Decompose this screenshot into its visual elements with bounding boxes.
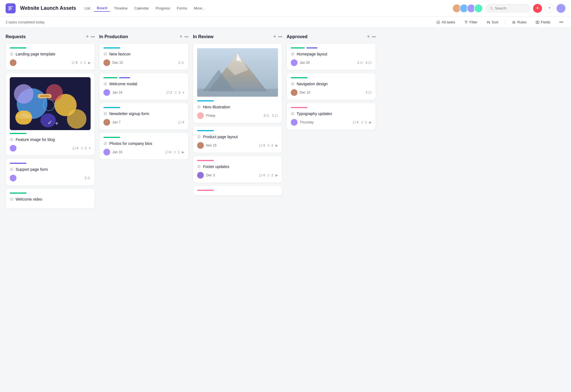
card-title-favicon[interactable]: New favicon xyxy=(109,52,130,56)
card-title-hero[interactable]: Hero illustration xyxy=(203,105,230,109)
add-button[interactable]: + xyxy=(533,4,542,13)
cards-approved: ⊘ Homepage layout Jan 20 2 4 xyxy=(287,43,376,130)
svg-point-14 xyxy=(67,109,86,129)
likes-support: 3 xyxy=(84,176,91,180)
header: Website Launch Assets List Board Timelin… xyxy=(0,0,571,17)
svg-text:✓: ✓ xyxy=(47,119,52,126)
column-header-approved: Approved + ••• xyxy=(287,33,376,43)
column-title-review: In Review xyxy=(193,34,271,39)
check-icon-product: ⊘ xyxy=(197,134,201,139)
comments-navigation: 3 xyxy=(366,91,372,94)
card-meta-homepage: Jan 20 2 4 xyxy=(291,59,372,66)
cards-production: ⊘ New favicon Dec 15 2 xyxy=(99,43,188,160)
rules-button[interactable]: Rules xyxy=(510,19,529,25)
card-date-footer: Dec 3 xyxy=(206,173,215,177)
card-bar-feature xyxy=(10,133,26,134)
card-meta-typography: Thursday 4 1 ▶ xyxy=(291,119,372,126)
card-meta-product: Nov 15 4 2 ▶ xyxy=(197,142,278,149)
comments-modal: 2 xyxy=(166,91,172,94)
card-bar-welcome xyxy=(10,193,26,194)
card-title-welcome[interactable]: Welcome video xyxy=(16,197,42,201)
sort-button[interactable]: Sort xyxy=(484,19,501,25)
card-bar-footer xyxy=(197,160,214,161)
user-avatar[interactable] xyxy=(557,4,565,13)
card-typography-updates: ⊘ Typography updates Thursday 4 1 ▶ xyxy=(287,103,376,130)
column-actions-approved: + ••• xyxy=(367,33,376,40)
card-date-hero: Friday xyxy=(206,114,215,118)
card-title-feature[interactable]: Feature image for blog xyxy=(16,137,55,142)
card-meta-feature: 4 2 ▾ xyxy=(10,145,91,152)
card-navigation-design: ⊘ Navigation design Dec 10 3 xyxy=(287,73,376,100)
comments-newsletter: 4 xyxy=(178,120,184,124)
fields-button[interactable]: Fields xyxy=(533,19,553,25)
all-tasks-button[interactable]: All tasks xyxy=(434,19,457,25)
add-card-review[interactable]: + xyxy=(273,33,277,40)
card-avatar-newsletter xyxy=(103,119,110,126)
card-title-footer[interactable]: Footer updates xyxy=(203,164,229,169)
card-title-product[interactable]: Product page layout xyxy=(203,135,238,139)
card-feature-image: ✓ + ⊘ Feature image for blog xyxy=(6,73,95,156)
card-welcome-video: ⊘ Welcome video xyxy=(6,188,95,209)
card-title-newsletter[interactable]: Newsletter signup form xyxy=(109,111,149,116)
sort-icon xyxy=(487,20,490,24)
card-title-homepage[interactable]: Homepage layout xyxy=(297,52,327,56)
nav-more[interactable]: More... xyxy=(191,5,208,11)
card-avatar-navigation xyxy=(291,89,297,96)
card-title-photos[interactable]: Photos for company bios xyxy=(109,141,152,146)
nav-forms[interactable]: Forms xyxy=(174,5,190,11)
card-avatar-feature xyxy=(10,145,16,152)
add-card-requests[interactable]: + xyxy=(86,33,89,40)
svg-rect-8 xyxy=(538,21,539,24)
check-icon-typography: ⊘ xyxy=(291,111,294,116)
add-card-production[interactable]: + xyxy=(180,33,183,40)
all-tasks-icon xyxy=(436,20,440,24)
fields-label: Fields xyxy=(541,20,551,24)
subtasks-product: 2 xyxy=(267,143,273,147)
card-meta-right-photos: 4 1 ▶ xyxy=(165,150,184,154)
card-title-row-footer: ⊘ Footer updates xyxy=(197,164,278,169)
card-meta-favicon: Dec 15 2 xyxy=(103,59,184,66)
card-title-landing[interactable]: Landing page template xyxy=(16,52,55,56)
mountain-image-container xyxy=(197,47,278,98)
card-date-favicon: Dec 15 xyxy=(112,61,123,65)
more-production[interactable]: ••• xyxy=(184,35,188,39)
search-input[interactable] xyxy=(495,6,526,10)
nav-board[interactable]: Board xyxy=(94,5,110,12)
subtasks-feature: 2 xyxy=(81,146,87,150)
card-title-navigation[interactable]: Navigation design xyxy=(297,82,328,86)
card-review-bottom xyxy=(193,186,282,196)
card-avatar-footer xyxy=(197,172,204,179)
svg-point-6 xyxy=(437,21,440,24)
check-icon-photos: ⊘ xyxy=(103,141,107,146)
more-approved[interactable]: ••• xyxy=(372,35,376,39)
svg-line-5 xyxy=(492,9,493,10)
card-title-support[interactable]: Support page form xyxy=(16,167,48,172)
svg-text:+: + xyxy=(55,120,59,127)
toolbar-right: All tasks Filter Sort Rules Fields ••• xyxy=(434,19,565,25)
nav-list[interactable]: List xyxy=(82,5,93,11)
more-review[interactable]: ••• xyxy=(278,35,282,39)
card-title-modal[interactable]: Welcome modal xyxy=(109,82,137,86)
filter-label: Filter xyxy=(470,20,478,24)
card-title-row-welcome: ⊘ Welcome video xyxy=(10,196,91,202)
colorful-image: ✓ + xyxy=(10,77,91,130)
team-avatars xyxy=(452,4,483,13)
help-button[interactable]: ? xyxy=(545,4,554,13)
card-title-row-homepage: ⊘ Homepage layout xyxy=(291,51,372,57)
card-bar-landing xyxy=(10,47,26,48)
nav-progress[interactable]: Progress xyxy=(153,5,173,11)
mountain-svg xyxy=(197,47,278,98)
more-requests[interactable]: ••• xyxy=(91,35,95,39)
card-date-homepage: Jan 20 xyxy=(300,61,310,65)
card-date-newsletter: Jan 7 xyxy=(112,120,120,124)
card-title-typography[interactable]: Typography updates xyxy=(297,111,332,116)
more-options-button[interactable]: ••• xyxy=(557,19,565,25)
filter-button[interactable]: Filter xyxy=(462,19,480,25)
column-in-review: In Review + ••• xyxy=(193,33,282,196)
column-title-production: In Production xyxy=(99,34,177,39)
nav-calendar[interactable]: Calendar xyxy=(132,5,152,11)
nav-timeline[interactable]: Timeline xyxy=(111,5,130,11)
add-card-approved[interactable]: + xyxy=(367,33,370,40)
header-nav: List Board Timeline Calendar Progress Fo… xyxy=(82,5,208,12)
search-bar[interactable] xyxy=(486,4,530,12)
